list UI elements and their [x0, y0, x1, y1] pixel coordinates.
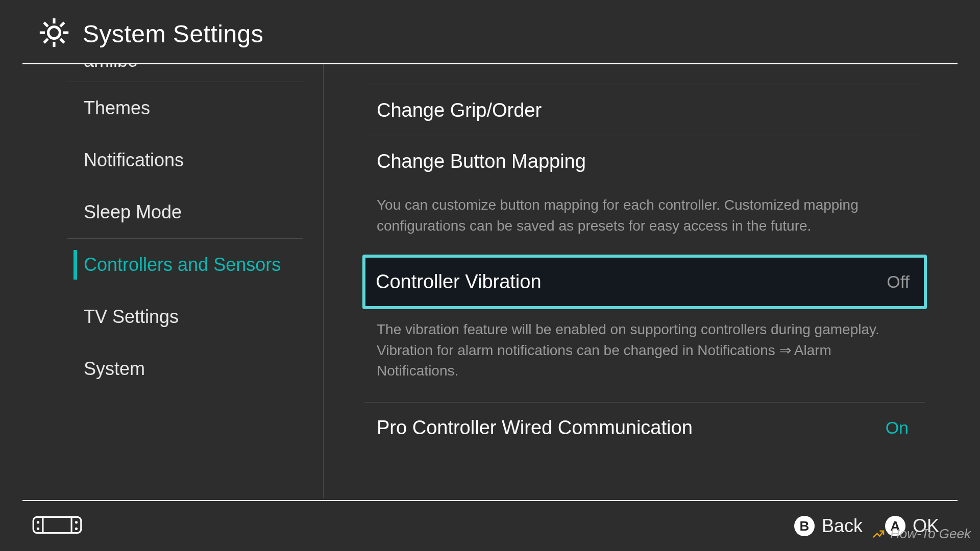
sidebar-item-label: TV Settings [84, 306, 179, 327]
row-change-grip-order[interactable]: Change Grip/Order [364, 85, 925, 136]
svg-line-8 [44, 39, 48, 43]
row-desc-button-mapping: You can customize button mapping for eac… [364, 187, 925, 245]
svg-point-0 [48, 27, 60, 38]
row-desc-controller-vibration: The vibration feature will be enabled on… [364, 311, 925, 391]
row-label: Controller Vibration [376, 271, 542, 293]
row-pro-controller-wired[interactable]: Pro Controller Wired Communication On [364, 402, 925, 453]
row-value: On [886, 418, 913, 438]
svg-point-12 [37, 521, 39, 523]
svg-point-15 [75, 528, 78, 530]
row-label: Change Button Mapping [377, 151, 586, 172]
back-button[interactable]: B Back [794, 515, 863, 537]
sidebar-item-label: Controllers and Sensors [84, 254, 281, 275]
row-controller-vibration[interactable]: Controller Vibration Off [362, 255, 927, 309]
sidebar-item-label: Themes [84, 97, 150, 118]
svg-line-5 [44, 22, 48, 27]
ok-button[interactable]: A OK [885, 515, 939, 537]
sidebar-item-controllers-sensors[interactable]: Controllers and Sensors [22, 239, 323, 291]
page-title: System Settings [83, 20, 263, 48]
row-label: Pro Controller Wired Communication [377, 417, 693, 439]
sidebar-item-label: Sleep Mode [84, 202, 182, 222]
sidebar-item-sleep-mode[interactable]: Sleep Mode [22, 186, 323, 238]
sidebar: amiibo Themes Notifications Sleep Mode C… [22, 64, 324, 498]
sidebar-item-amiibo[interactable]: amiibo [22, 64, 323, 82]
svg-line-6 [60, 39, 64, 43]
sidebar-item-label: Notifications [84, 149, 184, 170]
back-label: Back [822, 515, 863, 537]
sidebar-item-themes[interactable]: Themes [22, 82, 323, 134]
row-label: Change Grip/Order [377, 99, 542, 121]
controller-icon [31, 512, 84, 540]
svg-point-14 [37, 528, 39, 530]
content-panel: Change Grip/Order Change Button Mapping … [324, 64, 958, 498]
sidebar-item-notifications[interactable]: Notifications [22, 134, 323, 186]
sidebar-item-system[interactable]: System [22, 343, 323, 395]
header: System Settings [22, 0, 958, 63]
sidebar-item-label: System [84, 358, 145, 379]
sidebar-item-tv-settings[interactable]: TV Settings [22, 291, 323, 343]
svg-rect-9 [33, 517, 81, 533]
row-desc-pro-controller-cut: If this option is enabled, the Nintendo … [364, 453, 925, 460]
b-button-icon: B [794, 516, 815, 536]
a-button-icon: A [885, 516, 905, 536]
gear-icon [38, 16, 70, 51]
footer: B Back A OK [22, 501, 958, 551]
ok-label: OK [913, 515, 939, 537]
row-value: Off [887, 272, 914, 292]
svg-line-7 [60, 22, 64, 27]
svg-point-13 [75, 521, 78, 523]
row-change-button-mapping[interactable]: Change Button Mapping [364, 136, 925, 187]
sidebar-item-label: amiibo [84, 64, 138, 71]
